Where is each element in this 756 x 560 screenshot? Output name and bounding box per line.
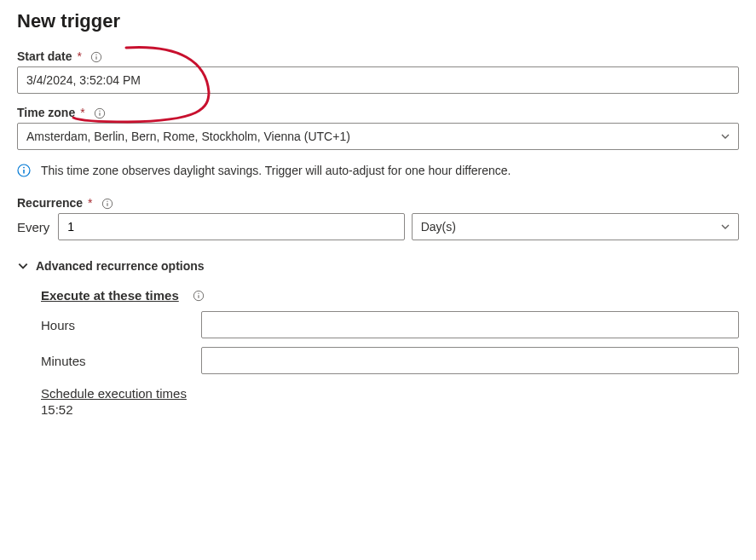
recurrence-field: Recurrence * Every Day(s)	[17, 196, 739, 240]
schedule-times: Schedule execution times 15:52	[41, 386, 739, 417]
hours-input[interactable]	[201, 311, 739, 338]
advanced-toggle[interactable]: Advanced recurrence options	[17, 259, 739, 273]
minutes-label: Minutes	[41, 354, 201, 368]
unit-select[interactable]: Day(s)	[412, 213, 739, 240]
dst-message: This time zone observes daylight savings…	[17, 164, 739, 177]
page-title: New trigger	[17, 10, 739, 32]
info-icon[interactable]	[193, 290, 205, 302]
svg-point-14	[198, 293, 199, 294]
minutes-row: Minutes	[41, 347, 739, 374]
schedule-times-label: Schedule execution times	[41, 386, 739, 401]
unit-select-wrap: Day(s)	[412, 213, 739, 240]
info-icon[interactable]	[101, 198, 113, 210]
execute-at-heading: Execute at these times	[41, 288, 205, 303]
required-asterisk: *	[80, 106, 84, 119]
time-zone-select-wrap: Amsterdam, Berlin, Bern, Rome, Stockholm…	[17, 123, 739, 150]
time-zone-field: Time zone * Amsterdam, Berlin, Bern, Rom…	[17, 106, 739, 150]
recurrence-label-row: Recurrence *	[17, 196, 739, 210]
info-icon	[17, 164, 31, 177]
hours-label: Hours	[41, 318, 201, 332]
recurrence-label: Recurrence	[17, 196, 83, 210]
chevron-down-icon	[17, 260, 29, 272]
every-label: Every	[17, 220, 49, 234]
info-icon[interactable]	[90, 51, 102, 63]
svg-point-5	[99, 110, 100, 111]
advanced-section: Advanced recurrence options Execute at t…	[17, 259, 739, 417]
minutes-input[interactable]	[201, 347, 739, 374]
start-date-input[interactable]	[17, 66, 739, 94]
svg-point-2	[95, 54, 96, 55]
time-zone-label: Time zone	[17, 106, 75, 119]
advanced-toggle-label: Advanced recurrence options	[36, 259, 205, 273]
required-asterisk: *	[88, 196, 92, 210]
required-asterisk: *	[78, 49, 82, 63]
advanced-content: Execute at these times Hours Minutes	[17, 288, 739, 417]
dst-message-text: This time zone observes daylight savings…	[41, 164, 511, 177]
new-trigger-form: New trigger Start date * Time zone *	[17, 10, 739, 417]
schedule-times-value: 15:52	[41, 402, 739, 417]
hours-row: Hours	[41, 311, 739, 338]
start-date-label: Start date	[17, 49, 72, 63]
info-icon[interactable]	[94, 107, 106, 119]
execute-at-label: Execute at these times	[41, 288, 179, 303]
recurrence-row: Every Day(s)	[17, 213, 739, 240]
every-input[interactable]	[58, 213, 404, 240]
time-zone-label-row: Time zone *	[17, 106, 739, 119]
svg-point-8	[23, 167, 25, 169]
start-date-field: Start date *	[17, 49, 739, 94]
svg-point-11	[107, 200, 107, 201]
start-date-label-row: Start date *	[17, 49, 739, 63]
time-zone-select[interactable]: Amsterdam, Berlin, Bern, Rome, Stockholm…	[17, 123, 739, 150]
